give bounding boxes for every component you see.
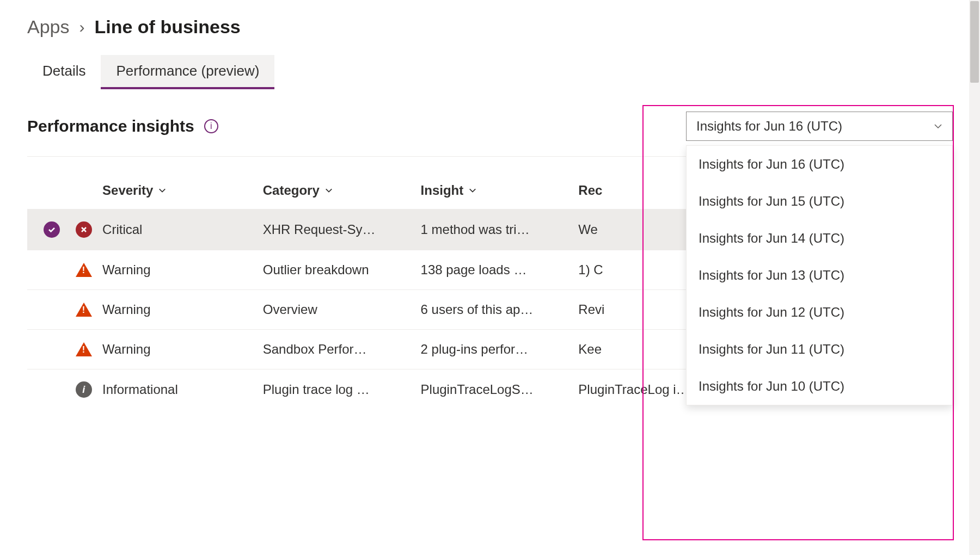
scrollbar-thumb[interactable] <box>970 1 979 83</box>
chevron-down-icon <box>469 187 476 194</box>
insight-cell: 1 method was tri… <box>421 222 541 237</box>
date-dropdown[interactable]: Insights for Jun 16 (UTC) Insights for J… <box>686 112 953 141</box>
warning-icon <box>76 263 92 277</box>
insight-cell: 6 users of this ap… <box>421 302 544 317</box>
dropdown-option[interactable]: Insights for Jun 11 (UTC) <box>687 331 952 368</box>
section-title: Performance insights <box>27 117 194 135</box>
informational-icon: i <box>76 381 92 398</box>
category-cell: Overview <box>263 302 328 317</box>
tab-details[interactable]: Details <box>27 55 101 89</box>
insight-cell: 138 page loads … <box>421 262 538 278</box>
date-dropdown-button[interactable]: Insights for Jun 16 (UTC) <box>686 112 953 141</box>
category-cell: Plugin trace log … <box>263 382 381 397</box>
category-cell: Outlier breakdown <box>263 262 380 278</box>
tabs: Details Performance (preview) <box>27 55 953 90</box>
category-cell: XHR Request-Sy… <box>263 222 387 237</box>
severity-cell: Critical <box>102 222 153 237</box>
breadcrumb-parent[interactable]: Apps <box>27 16 70 38</box>
severity-cell: Informational <box>102 382 189 397</box>
warning-icon <box>76 342 92 356</box>
dropdown-option[interactable]: Insights for Jun 12 (UTC) <box>687 294 952 331</box>
date-dropdown-list: Insights for Jun 16 (UTC) Insights for J… <box>686 145 953 405</box>
recommendation-cell: We <box>578 222 609 237</box>
dropdown-option[interactable]: Insights for Jun 14 (UTC) <box>687 220 952 257</box>
chevron-down-icon <box>325 187 333 194</box>
check-icon[interactable] <box>44 221 60 238</box>
warning-icon <box>76 303 92 317</box>
severity-cell: Warning <box>102 262 161 278</box>
info-icon[interactable]: i <box>204 119 218 133</box>
date-dropdown-selected: Insights for Jun 16 (UTC) <box>696 119 842 134</box>
insight-cell: PluginTraceLogS… <box>421 382 544 397</box>
severity-cell: Warning <box>102 342 161 357</box>
tab-performance[interactable]: Performance (preview) <box>101 55 274 89</box>
recommendation-cell: 1) C <box>578 262 614 278</box>
chevron-down-icon <box>158 187 166 194</box>
severity-cell: Warning <box>102 302 161 317</box>
dropdown-option[interactable]: Insights for Jun 10 (UTC) <box>687 368 952 405</box>
column-header-category[interactable]: Category <box>263 183 333 198</box>
column-header-severity[interactable]: Severity <box>102 183 166 198</box>
dropdown-option[interactable]: Insights for Jun 13 (UTC) <box>687 257 952 294</box>
chevron-right-icon: › <box>79 18 85 36</box>
recommendation-cell: Revi <box>578 302 615 317</box>
critical-icon <box>76 221 92 238</box>
breadcrumb-current: Line of business <box>95 16 241 38</box>
dropdown-option[interactable]: Insights for Jun 15 (UTC) <box>687 183 952 220</box>
chevron-down-icon <box>934 122 942 131</box>
column-header-recommendation[interactable]: Rec <box>578 183 602 198</box>
scrollbar[interactable] <box>969 0 980 555</box>
recommendation-cell: Kee <box>578 342 612 357</box>
insight-cell: 2 plug-ins perfor… <box>421 342 539 357</box>
column-header-insight[interactable]: Insight <box>421 183 477 198</box>
dropdown-option[interactable]: Insights for Jun 16 (UTC) <box>687 146 952 183</box>
breadcrumb: Apps › Line of business <box>27 16 953 38</box>
category-cell: Sandbox Perfor… <box>263 342 378 357</box>
